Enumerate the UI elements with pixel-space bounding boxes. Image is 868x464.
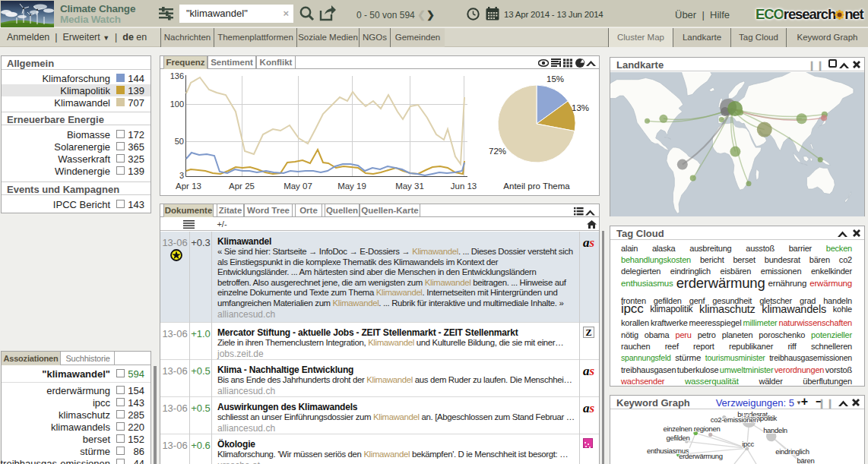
svg-text:100: 100 <box>170 99 184 109</box>
svg-text:erderwärmung: erderwärmung <box>679 452 723 460</box>
svg-text:gefilden: gefilden <box>667 434 690 442</box>
svg-text:72%: 72% <box>489 147 506 156</box>
svg-text:einzelnen regionen: einzelnen regionen <box>664 425 721 433</box>
svg-text:May 31: May 31 <box>395 181 424 191</box>
svg-text:May 19: May 19 <box>337 181 366 191</box>
svg-text:50: 50 <box>175 137 184 146</box>
svg-text:Apr 13: Apr 13 <box>176 181 201 191</box>
svg-text:136: 136 <box>170 71 184 80</box>
svg-text:13%: 13% <box>572 103 589 112</box>
svg-text:handeln: handeln <box>763 426 787 434</box>
svg-text:ipcc: ipcc <box>742 440 754 448</box>
svg-text:Apr 25: Apr 25 <box>229 181 255 191</box>
svg-text:15%: 15% <box>546 74 564 84</box>
svg-text:co2-emissionen: co2-emissionen <box>711 415 758 424</box>
svg-text:eindringlich: eindringlich <box>775 447 809 456</box>
svg-text:Jun 13: Jun 13 <box>451 181 477 191</box>
svg-text:3: 3 <box>179 171 184 180</box>
svg-text:Anteil pro Thema: Anteil pro Thema <box>503 181 570 191</box>
svg-text:bären: bären <box>797 456 815 464</box>
svg-text:May 07: May 07 <box>284 181 312 191</box>
